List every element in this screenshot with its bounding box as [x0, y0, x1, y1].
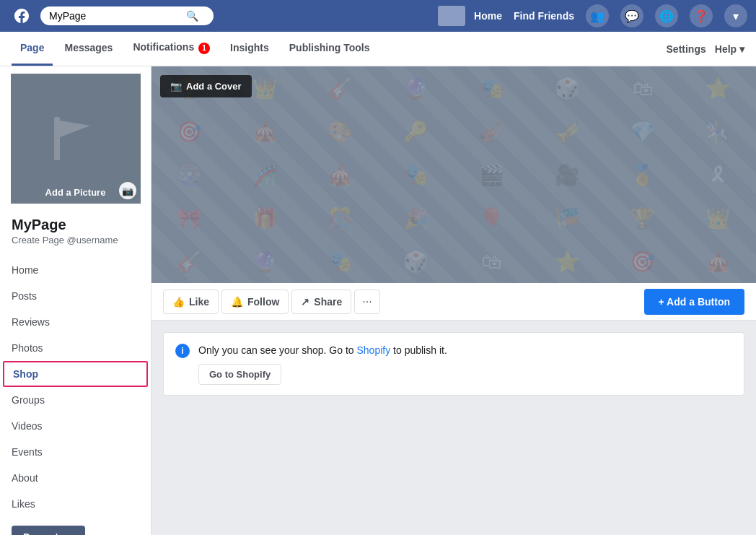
- find-friends-nav-link[interactable]: Find Friends: [514, 10, 574, 22]
- content-area: 🏆 👑 🎸 🔮 🎭 🎲 🛍 ⭐ 🎯 🎪 🎨 🔑 🎻 🎺 💎 🎠 🎡 🎢 🎪: [151, 66, 756, 535]
- pattern-item: 🎭: [454, 66, 529, 110]
- pattern-item: 🎲: [378, 240, 454, 283]
- facebook-logo[interactable]: [9, 3, 35, 29]
- sidebar-item-posts[interactable]: Posts: [0, 283, 151, 309]
- search-bar[interactable]: 🔍: [40, 6, 214, 25]
- like-button[interactable]: 👍 Like: [163, 290, 219, 314]
- sidebar-item-likes[interactable]: Likes: [0, 491, 151, 517]
- top-navigation: 🔍 Home Find Friends 👥 💬 🌐 ❓ ▾: [0, 0, 756, 32]
- page-tabs-left: Page Messages Notifications 1 Insights P…: [12, 31, 667, 66]
- pattern-item: 🎢: [227, 153, 303, 196]
- sidebar-item-events[interactable]: Events: [0, 439, 151, 465]
- search-input[interactable]: [49, 10, 186, 22]
- pattern-item: 🎪: [303, 153, 379, 196]
- info-icon: i: [175, 344, 190, 358]
- main-layout: Add a Picture 📷 MyPage Create Page @user…: [0, 66, 756, 535]
- pattern-item: 🎭: [378, 153, 454, 196]
- page-name: MyPage: [0, 211, 151, 235]
- sidebar-item-shop[interactable]: Shop: [3, 361, 148, 387]
- profile-picture-area[interactable]: Add a Picture 📷: [11, 74, 141, 204]
- pattern-item: 🎸: [303, 66, 379, 110]
- pattern-item: 🎀: [151, 196, 227, 240]
- tab-page[interactable]: Page: [12, 32, 53, 66]
- pattern-item: 🎁: [227, 196, 303, 240]
- add-cover-button[interactable]: 📷 Add a Cover: [160, 75, 252, 97]
- add-button-cta[interactable]: + Add a Button: [644, 289, 744, 315]
- search-icon: 🔍: [186, 10, 198, 22]
- avatar: [438, 6, 465, 26]
- share-label: Share: [314, 296, 342, 308]
- shopify-notice: i Only you can see your shop. Go to Shop…: [163, 332, 744, 396]
- sidebar: Add a Picture 📷 MyPage Create Page @user…: [0, 66, 151, 535]
- pattern-item: 🎪: [227, 110, 303, 153]
- settings-link[interactable]: Settings: [667, 43, 706, 55]
- tab-publishing-tools[interactable]: Publishing Tools: [281, 32, 379, 66]
- pattern-item: 🎬: [454, 153, 529, 196]
- add-cover-label: Add a Cover: [186, 81, 242, 92]
- home-nav-link[interactable]: Home: [474, 10, 502, 22]
- sidebar-item-about[interactable]: About: [0, 465, 151, 491]
- help-icon-btn[interactable]: ❓: [690, 4, 713, 27]
- pattern-item: 🎡: [151, 153, 227, 196]
- friends-icon-btn[interactable]: 👥: [586, 4, 609, 27]
- help-link[interactable]: Help ▾: [715, 43, 744, 55]
- pattern-item: 🎲: [529, 66, 605, 110]
- page-username[interactable]: Create Page @username: [0, 235, 151, 253]
- share-icon: ↗: [301, 296, 309, 308]
- top-nav-right: Home Find Friends 👥 💬 🌐 ❓ ▾: [474, 4, 747, 27]
- tab-notifications[interactable]: Notifications 1: [124, 31, 219, 66]
- pattern-item: 🎺: [529, 110, 605, 153]
- notifications-badge: 1: [198, 43, 210, 54]
- sidebar-item-home[interactable]: Home: [0, 257, 151, 283]
- pattern-item: 🎯: [605, 240, 681, 283]
- follow-button[interactable]: 🔔 Follow: [221, 290, 289, 314]
- sidebar-navigation: Home Posts Reviews Photos Shop Groups Vi…: [0, 257, 151, 517]
- pattern-item: ⭐: [680, 66, 756, 110]
- messages-icon-btn[interactable]: 💬: [620, 4, 643, 27]
- chevron-down-icon-btn[interactable]: ▾: [724, 4, 747, 27]
- globe-icon-btn[interactable]: 🌐: [655, 4, 678, 27]
- bell-icon: 🔔: [231, 296, 243, 308]
- like-label: Like: [189, 296, 209, 308]
- sidebar-item-groups[interactable]: Groups: [0, 387, 151, 413]
- pattern-item: 🎏: [529, 196, 605, 240]
- go-to-shopify-button[interactable]: Go to Shopify: [198, 364, 281, 385]
- notifications-tab-label: Notifications: [133, 41, 194, 53]
- pattern-item: 🔮: [378, 66, 454, 110]
- follow-label: Follow: [247, 296, 279, 308]
- top-nav-center: [438, 6, 465, 26]
- camera-icon: 📷: [170, 81, 182, 92]
- pattern-item: 🏅: [605, 153, 681, 196]
- shopify-notice-text: Only you can see your shop. Go to Shopif…: [198, 343, 447, 358]
- cover-area: 🏆 👑 🎸 🔮 🎭 🎲 🛍 ⭐ 🎯 🎪 🎨 🔑 🎻 🎺 💎 🎠 🎡 🎢 🎪: [151, 66, 756, 283]
- pattern-item: 🎨: [303, 110, 379, 153]
- sidebar-item-reviews[interactable]: Reviews: [0, 309, 151, 335]
- tab-insights[interactable]: Insights: [221, 32, 278, 66]
- svg-rect-0: [54, 117, 60, 160]
- pattern-item: ⭐: [529, 240, 605, 283]
- pattern-item: 🛍: [605, 66, 681, 110]
- tab-messages[interactable]: Messages: [56, 32, 121, 66]
- more-options-button[interactable]: ···: [354, 290, 379, 314]
- pattern-item: 🎗: [680, 153, 756, 196]
- pattern-item: 🛍: [454, 240, 529, 283]
- share-button[interactable]: ↗ Share: [291, 290, 351, 314]
- pattern-item: 🎈: [454, 196, 529, 240]
- pattern-item: 🎪: [680, 240, 756, 283]
- pattern-item: 🎥: [529, 153, 605, 196]
- action-bar-left: 👍 Like 🔔 Follow ↗ Share ···: [163, 290, 380, 314]
- flag-icon: [47, 110, 105, 168]
- pattern-item: 🎸: [151, 240, 227, 283]
- sidebar-item-photos[interactable]: Photos: [0, 335, 151, 361]
- action-bar: 👍 Like 🔔 Follow ↗ Share ··· + Add a Butt…: [151, 283, 756, 321]
- pattern-item: 🏆: [605, 196, 681, 240]
- sidebar-item-videos[interactable]: Videos: [0, 413, 151, 439]
- camera-icon[interactable]: 📷: [119, 182, 136, 199]
- top-nav-left: 🔍: [9, 3, 429, 29]
- pattern-item: 🔑: [378, 110, 454, 153]
- pattern-item: 🎠: [680, 110, 756, 153]
- promote-label: Promote: [23, 531, 64, 535]
- thumbs-up-icon: 👍: [172, 296, 185, 308]
- promote-button[interactable]: Promote ▾: [12, 526, 85, 535]
- shopify-link[interactable]: Shopify: [356, 344, 390, 356]
